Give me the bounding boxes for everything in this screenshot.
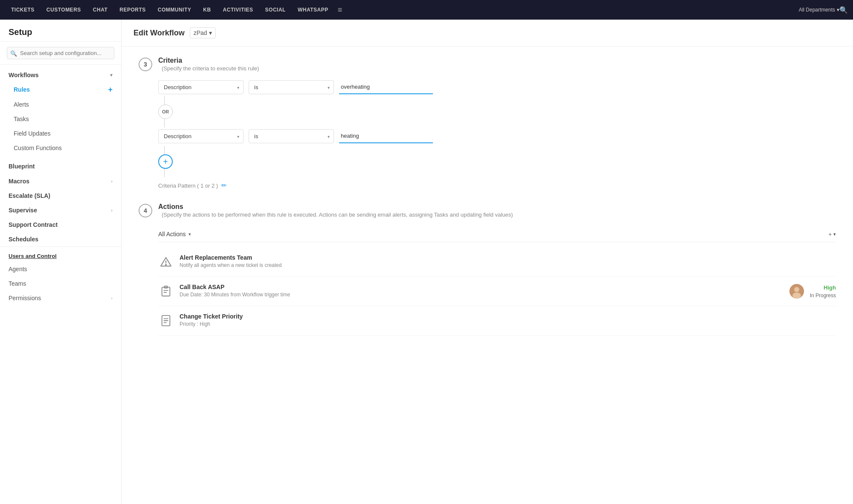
sidebar-item-schedules[interactable]: Schedules [0, 232, 121, 246]
nav-item-reports[interactable]: REPORTS [113, 0, 152, 20]
step-number-4: 4 [139, 204, 152, 217]
workflow-name-selector[interactable]: zPad ▾ [190, 27, 216, 38]
or-line-after-add [164, 169, 165, 177]
chevron-right-icon: › [111, 208, 113, 213]
chevron-down-icon: ▾ [189, 232, 191, 237]
nav-item-social[interactable]: SOCIAL [259, 0, 292, 20]
criteria-subtitle: (Specify the criteria to execute this ru… [162, 65, 259, 72]
add-criteria-button[interactable]: + [158, 154, 173, 169]
top-nav: TICKETS CUSTOMERS CHAT REPORTS COMMUNITY… [0, 0, 853, 20]
actions-subtitle: (Specify the actions to be performed whe… [162, 211, 513, 218]
clipboard-icon [158, 284, 174, 299]
action-item-alert: Alert Replacements Team Notify all agent… [158, 247, 836, 277]
actions-title: Actions [158, 203, 513, 211]
document-icon [158, 313, 174, 328]
actions-container: All Actions ▾ + ▾ [158, 226, 836, 336]
nav-item-activities[interactable]: ACTIVITIES [217, 0, 259, 20]
criteria-title: Criteria [158, 57, 259, 64]
action-body-priority: Change Ticket Priority Priority : High [180, 313, 836, 327]
users-control-group-label: Users and Control [0, 246, 121, 262]
sidebar-item-supervise[interactable]: Supervise › [0, 203, 121, 217]
nav-item-tickets[interactable]: TICKETS [5, 0, 41, 20]
chevron-down-icon: ▾ [209, 29, 212, 36]
sidebar-item-macros[interactable]: Macros › [0, 174, 121, 188]
sidebar-item-teams[interactable]: Teams [0, 276, 121, 291]
action-status-label: In Progress [810, 293, 836, 298]
sidebar-item-field-updates[interactable]: Field Updates [0, 126, 121, 141]
action-title-priority: Change Ticket Priority [180, 313, 836, 320]
action-priority-badge: High [824, 284, 836, 291]
add-rule-icon[interactable]: + [108, 86, 113, 93]
chevron-down-icon: ▾ [833, 232, 836, 237]
action-title-alert: Alert Replacements Team [180, 254, 836, 261]
action-title-callback: Call Back ASAP [180, 284, 783, 290]
sidebar-item-rules[interactable]: Rules + [0, 82, 121, 97]
svg-rect-3 [162, 287, 170, 296]
criteria-operator-select-1[interactable]: is ▾ [249, 80, 334, 94]
chevron-right-icon: › [111, 179, 113, 184]
action-subtitle-priority: Priority : High [180, 321, 836, 327]
or-connector: OR [158, 96, 836, 127]
criteria-pattern: Criteria Pattern ( 1 or 2 ) ✏ [158, 182, 836, 189]
workflows-header[interactable]: Workflows ▾ [0, 68, 121, 82]
sidebar-item-tasks[interactable]: Tasks [0, 112, 121, 126]
add-action-button[interactable]: + ▾ [828, 231, 836, 238]
sidebar-item-support-contract[interactable]: Support Contract [0, 217, 121, 232]
criteria-section: 3 Criteria (Specify the criteria to exec… [139, 57, 836, 189]
or-line-before-add [164, 146, 165, 154]
content-body: 3 Criteria (Specify the criteria to exec… [122, 46, 853, 359]
chevron-right-icon: › [111, 295, 113, 301]
page-title: Edit Workflow [133, 29, 185, 38]
content-header: Edit Workflow zPad ▾ [122, 20, 853, 46]
criteria-value-input-1[interactable]: overheating [339, 80, 433, 94]
alert-triangle-icon [158, 254, 174, 269]
search-input[interactable] [7, 47, 114, 59]
svg-point-2 [165, 264, 166, 265]
nav-item-chat[interactable]: CHAT [87, 0, 113, 20]
avatar [789, 284, 804, 298]
sidebar: Setup 🔍 Workflows ▾ Rules + Alerts Tasks [0, 20, 122, 504]
action-body-callback: Call Back ASAP Due Date: 30 Minutes from… [180, 284, 783, 298]
nav-item-customers[interactable]: CUSTOMERS [41, 0, 87, 20]
step-number-3: 3 [139, 58, 152, 71]
criteria-row-1: Description ▾ is ▾ overheating [158, 80, 836, 94]
action-item-callback: Call Back ASAP Due Date: 30 Minutes from… [158, 277, 836, 306]
chevron-down-icon: ▾ [110, 72, 113, 78]
criteria-field-select-2[interactable]: Description ▾ [158, 129, 244, 143]
all-actions-filter-button[interactable]: All Actions ▾ [158, 231, 191, 238]
action-subtitle-alert: Notify all agents when a new ticket is c… [180, 262, 836, 268]
criteria-row-2: Description ▾ is ▾ heating [158, 129, 836, 143]
sidebar-item-agents[interactable]: Agents [0, 262, 121, 276]
criteria-pattern-text: Criteria Pattern ( 1 or 2 ) [158, 182, 218, 189]
criteria-value-input-2[interactable]: heating [339, 129, 433, 143]
actions-section: 4 Actions (Specify the actions to be per… [139, 203, 836, 336]
or-line-bottom [164, 119, 165, 127]
criteria-container: Description ▾ is ▾ overheating [158, 80, 836, 189]
criteria-step-header: 3 Criteria (Specify the criteria to exec… [139, 57, 836, 72]
sidebar-title: Setup [0, 20, 121, 42]
criteria-operator-select-2[interactable]: is ▾ [249, 129, 334, 143]
or-badge: OR [158, 104, 173, 119]
svg-point-9 [792, 293, 801, 298]
edit-pattern-icon[interactable]: ✏ [221, 182, 227, 189]
or-line-top [164, 96, 165, 104]
sidebar-search-area: 🔍 [0, 42, 121, 65]
sidebar-item-permissions[interactable]: Permissions › [0, 291, 121, 305]
search-icon[interactable]: 🔍 [839, 6, 848, 14]
nav-item-community[interactable]: COMMUNITY [152, 0, 197, 20]
hamburger-icon[interactable]: ≡ [334, 6, 346, 14]
nav-item-kb[interactable]: KB [197, 0, 217, 20]
actions-step-header: 4 Actions (Specify the actions to be per… [139, 203, 836, 218]
all-actions-bar: All Actions ▾ + ▾ [158, 226, 836, 242]
main-content: Edit Workflow zPad ▾ 3 Criteria (Specify… [122, 20, 853, 504]
sidebar-item-alerts[interactable]: Alerts [0, 97, 121, 112]
sidebar-item-custom-functions[interactable]: Custom Functions [0, 141, 121, 155]
svg-point-8 [794, 287, 799, 292]
sidebar-item-escalate[interactable]: Escalate (SLA) [0, 188, 121, 203]
sidebar-item-blueprint[interactable]: Blueprint [0, 159, 121, 174]
action-item-priority: Change Ticket Priority Priority : High [158, 306, 836, 336]
criteria-field-select-1[interactable]: Description ▾ [158, 80, 244, 94]
nav-item-whatsapp[interactable]: WHATSAPP [292, 0, 334, 20]
department-selector[interactable]: All Departments ▾ [799, 7, 839, 13]
action-subtitle-callback: Due Date: 30 Minutes from Workflow trigg… [180, 292, 783, 298]
